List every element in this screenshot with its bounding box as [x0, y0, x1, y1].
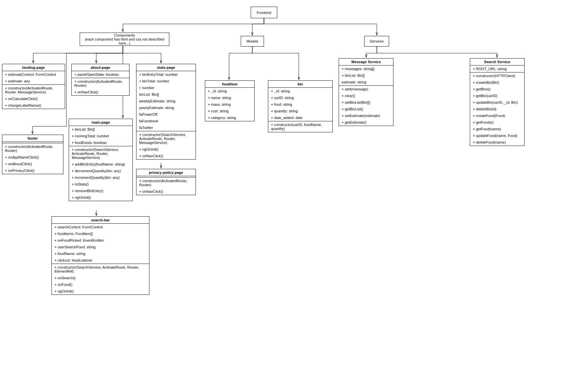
class-title: search-bar: [52, 217, 149, 224]
class-title: main-page: [69, 119, 132, 126]
label: Frontend: [257, 11, 271, 15]
class-landing-page: landing-page + estimateControl: FormCont…: [2, 64, 65, 109]
member-row: + category: string: [205, 114, 254, 121]
member-row: + usrID: string: [268, 94, 332, 101]
label: Services: [370, 39, 383, 43]
member-row: + createFood(Food): [470, 112, 524, 119]
member-row: + deleteFood(name): [470, 139, 524, 146]
member-row: + constructor(ActivatedRoute, Router): [136, 178, 196, 188]
attrs: + binList: Bin[]+ runningTotal: number+ …: [69, 126, 132, 146]
class-title: fooditem: [205, 81, 254, 88]
member-row: + fooditems: Fooditem[]: [52, 230, 149, 237]
member-row: + decrementQuantity(bin: any): [69, 168, 132, 174]
member-row: + constructor(usrID, foodName, quantity): [268, 121, 332, 132]
class-title: Message Service: [339, 59, 393, 65]
node-frontend: Frontend: [251, 7, 277, 18]
attrs: + panelOpenState: boolean: [72, 71, 129, 78]
attrs: + searchControl: FormControl+ fooditems:…: [52, 224, 149, 264]
class-search-service: Search Service + ROOT_URL: string + cons…: [470, 58, 525, 146]
member-row: + binTotal: number: [136, 78, 196, 84]
member-row: + searchControl: FormControl: [52, 224, 149, 230]
member-row: + name: string: [205, 94, 254, 101]
member-row: estimate: string: [339, 79, 393, 85]
member-row: + cost: string: [205, 108, 254, 114]
ops: + constructor(SearchService, ActivateRou…: [69, 146, 132, 201]
member-row: + runningTotal: number: [69, 133, 132, 139]
class-title: stats-page: [136, 64, 196, 71]
attrs: + _id: string+ name: string+ mass: strin…: [205, 88, 254, 121]
member-row: + getFoods(): [470, 119, 524, 126]
ops: + constructor(SearchService, ActivateRou…: [136, 131, 196, 159]
member-row: + onFood(): [52, 281, 149, 288]
member-row: + _id: string: [268, 88, 332, 94]
member-row: + deleteBin(id): [470, 106, 524, 112]
member-row: + addBinEntry(foodName: string): [69, 161, 132, 168]
member-row: + estimateControl: FormControl: [2, 71, 65, 78]
member-row: + foodExists: boolean: [69, 139, 132, 146]
member-row: + getEstimate(): [339, 119, 393, 126]
member-row: + clickout: HostListener: [52, 257, 149, 264]
member-row: + estimate: any: [2, 78, 65, 84]
class-title: footer: [2, 135, 63, 142]
member-row: + food: string: [268, 101, 332, 108]
class-fooditem: fooditem + _id: string+ name: string+ ma…: [205, 80, 255, 121]
ops: + add(message)+ clear()+ setBinList(Bin[…: [339, 86, 393, 126]
member-row: + onNavClick(): [136, 188, 196, 195]
member-row: yearlyEstimate: string: [136, 104, 196, 111]
attrs: + estimateControl: FormControl+ estimate…: [2, 71, 65, 85]
member-row: + constructor(SearchService, ActivateRou…: [52, 264, 149, 275]
class-privacy-page: privacy-policy-page + constructor(Activa…: [136, 169, 196, 195]
member-row: + foodName: string: [52, 250, 149, 257]
node-services: Services: [364, 36, 389, 47]
member-row: faPowerOff: [136, 111, 196, 118]
class-title: Search Service: [470, 59, 524, 65]
member-row: + toStats(): [69, 181, 132, 187]
member-row: + incrementQuantity(bin: any): [69, 174, 132, 181]
node-models: Models: [241, 36, 264, 47]
member-row: + panelOpenState: boolean: [72, 71, 129, 78]
member-row: + constructor(ActivatedRoute, Router): [2, 143, 63, 154]
attrs: + binEntryTotal: number+ binTotal: numbe…: [136, 71, 196, 131]
member-row: + setBinList(Bin[]): [339, 99, 393, 106]
member-row: + userSearchFood: string: [52, 244, 149, 250]
member-row: + constructor(SearchService, ActivateRou…: [69, 146, 132, 161]
member-row: + onNavClick(): [136, 153, 196, 159]
member-row: + messages: string[]: [339, 65, 393, 72]
ops: + constructor(HTTPClient)+ createBin(Bin…: [470, 72, 524, 146]
member-row: + onAboutClick(): [2, 161, 63, 167]
ops: + constructor(ActivatedRoute, Router)+ o…: [2, 143, 63, 174]
ops: + constructor(ActivatedRoute, Router)+ o…: [136, 178, 196, 195]
member-row: + ngOnInit(): [52, 288, 149, 295]
ops: + constructor(ActivatedRoute, Router)+ o…: [72, 78, 129, 95]
node-components: Components (each component has html and …: [80, 33, 169, 46]
member-row: + onNavClick(): [72, 89, 129, 95]
member-row: + onSearch(): [52, 275, 149, 281]
member-row: + createBin(Bin): [470, 79, 524, 86]
member-row: + ngOnInit(): [136, 146, 196, 153]
member-row: + constructor(HTTPClient): [470, 72, 524, 79]
member-row: + changeLabelName(): [2, 102, 65, 109]
class-message-service: Message Service + messages: string[]+ bi…: [339, 58, 393, 126]
member-row: + ngOnInit(): [69, 194, 132, 201]
member-row: + add(message): [339, 86, 393, 92]
member-row: + onFoodPicked: EventEmitter: [52, 237, 149, 244]
member-row: binList: Bin[]: [136, 91, 196, 98]
member-row: + binEntryTotal: number: [136, 71, 196, 78]
class-bin: bin + _id: string+ usrID: string+ food: …: [268, 80, 333, 132]
member-row: + constructor(ActivatedRoute, Router, Me…: [2, 85, 65, 95]
member-row: + binList: Bin[]: [339, 72, 393, 79]
attrs: + messages: string[]+ binList: Bin[]esti…: [339, 65, 393, 86]
class-search-bar: search-bar + searchControl: FormControl+…: [51, 216, 149, 295]
member-row: i: number: [136, 84, 196, 91]
member-row: + onCalculateClick(): [2, 95, 65, 102]
class-title: about-page: [72, 64, 129, 71]
member-row: + ROOT_URL: string: [470, 65, 524, 72]
member-row: + onPrivacyClick(): [2, 167, 63, 174]
class-footer: footer + constructor(ActivatedRoute, Rou…: [2, 135, 63, 174]
label: Models: [246, 39, 258, 43]
class-title: privacy-policy-page: [136, 169, 196, 176]
member-row: + setEstimate(estimate): [339, 112, 393, 119]
member-row: faTwitter: [136, 124, 196, 131]
subtitle: (each component has html and css not des…: [83, 37, 166, 45]
member-row: + removeBinEntry(): [69, 187, 132, 194]
